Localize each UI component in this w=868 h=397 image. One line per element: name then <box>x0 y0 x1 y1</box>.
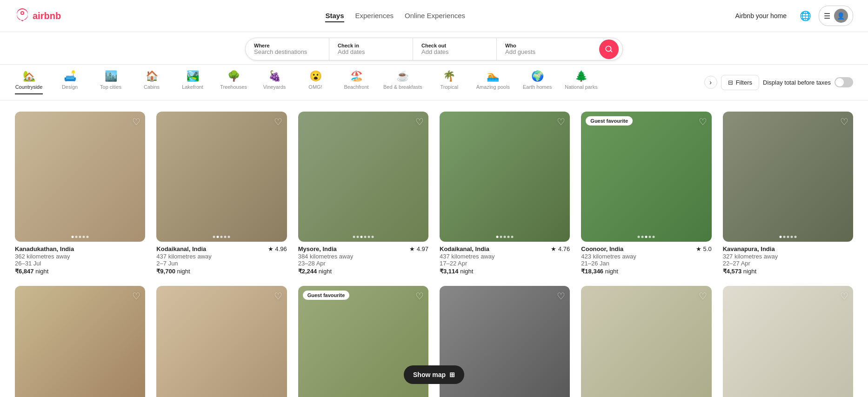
category-item-tropical[interactable]: 🌴 Tropical <box>435 70 463 94</box>
where-label: Where <box>254 43 320 48</box>
card-image: ♡ <box>156 286 287 397</box>
dot <box>224 236 227 238</box>
tax-toggle-area: Display total before taxes <box>763 77 853 87</box>
search-where-section[interactable]: Where Search destinations <box>246 38 329 60</box>
listing-card-3[interactable]: ♡ Mysore, India ★ 4.97 384 kilometres aw… <box>298 112 428 275</box>
wishlist-button[interactable]: ♡ <box>274 291 282 302</box>
card-title-row: Kavanapura, India <box>723 245 853 252</box>
listing-card-6[interactable]: ♡ Kavanapura, India 327 kilometres away … <box>723 112 853 275</box>
card-location: Mysore, India <box>298 245 337 252</box>
dot <box>638 236 640 238</box>
header-right: Airbnb your home 🌐 ☰ 👤 <box>729 6 853 26</box>
category-label-earth-homes: Earth homes <box>523 84 552 90</box>
card-title-row: Kodaikanal, India ★ 4.76 <box>440 245 570 252</box>
card-info: Coonoor, India ★ 5.0 423 kilometres away… <box>581 245 711 275</box>
category-label-amazing-pools: Amazing pools <box>476 84 510 90</box>
card-location: Kavanapura, India <box>723 245 775 252</box>
dot <box>367 236 370 238</box>
category-nav-next-arrow[interactable]: › <box>704 76 717 89</box>
card-image-placeholder <box>15 286 145 397</box>
dot <box>504 236 506 238</box>
card-image-placeholder <box>440 112 570 242</box>
listing-card-5[interactable]: Guest favourite ♡ Coonoor, India ★ 5.0 4… <box>581 112 711 275</box>
wishlist-button[interactable]: ♡ <box>274 116 282 127</box>
hamburger-icon: ☰ <box>824 12 830 20</box>
card-dots <box>496 236 514 238</box>
globe-icon[interactable]: 🌐 <box>800 10 811 21</box>
card-rating: ★ 5.0 <box>696 245 712 252</box>
airbnb-home-button[interactable]: Airbnb your home <box>729 8 792 23</box>
header: airbnb Stays Experiences Online Experien… <box>0 0 868 32</box>
wishlist-button[interactable]: ♡ <box>699 116 707 127</box>
category-nav-right: › ⊟ Filters Display total before taxes <box>704 75 853 90</box>
card-info: Kavanapura, India 327 kilometres away 22… <box>723 245 853 275</box>
wishlist-button[interactable]: ♡ <box>840 291 848 302</box>
category-item-design[interactable]: 🛋️ Design <box>56 70 84 94</box>
wishlist-button[interactable]: ♡ <box>132 291 140 302</box>
show-map-icon: ⊞ <box>449 371 455 378</box>
category-icon-beachfront: 🏖️ <box>350 70 363 82</box>
wishlist-button[interactable]: ♡ <box>132 116 140 127</box>
listing-card-8[interactable]: ♡ India — kilometres away ₹— night <box>156 286 287 397</box>
search-checkin-section[interactable]: Check in Add dates <box>329 38 413 60</box>
card-image-placeholder <box>15 112 145 242</box>
checkout-value[interactable]: Add dates <box>421 48 488 55</box>
category-icon-amazing-pools: 🏊 <box>487 70 499 82</box>
wishlist-button[interactable]: ♡ <box>557 116 565 127</box>
search-button[interactable] <box>599 40 619 59</box>
category-item-amazing-pools[interactable]: 🏊 Amazing pools <box>476 70 510 94</box>
category-item-bed-breakfasts[interactable]: ☕ Bed & breakfasts <box>383 70 422 94</box>
card-dots <box>213 236 230 238</box>
category-item-countryside[interactable]: 🏡 Countryside <box>15 70 43 94</box>
wishlist-button[interactable]: ♡ <box>415 116 424 127</box>
category-item-treehouses[interactable]: 🌳 Treehouses <box>220 70 247 94</box>
category-item-lakefront[interactable]: 🏞️ Lakefront <box>179 70 207 94</box>
dot <box>507 236 510 238</box>
search-bar: Where Search destinations Check in Add d… <box>245 38 623 60</box>
tab-online-experiences[interactable]: Online Experiences <box>405 10 465 22</box>
category-icon-top-cities: 🏙️ <box>105 70 117 82</box>
listing-card-1[interactable]: ♡ Kanadukathan, India 362 kilometres awa… <box>15 112 145 275</box>
category-icon-omg: 😮 <box>309 70 322 82</box>
card-distance: 327 kilometres away <box>723 253 853 260</box>
category-item-earth-homes[interactable]: 🌍 Earth homes <box>523 70 552 94</box>
category-item-national-parks[interactable]: 🌲 National parks <box>565 70 597 94</box>
who-label: Who <box>505 43 591 48</box>
wishlist-button[interactable]: ♡ <box>699 291 707 302</box>
checkin-value[interactable]: Add dates <box>338 48 404 55</box>
dot <box>794 236 796 238</box>
where-input[interactable]: Search destinations <box>254 48 320 55</box>
listing-card-11[interactable]: ♡ India — kilometres away ₹— night <box>581 286 711 397</box>
show-map-button[interactable]: Show map ⊞ <box>404 365 464 384</box>
wishlist-button[interactable]: ♡ <box>557 291 565 302</box>
who-value[interactable]: Add guests <box>505 48 591 55</box>
card-title-row: Coonoor, India ★ 5.0 <box>581 245 711 252</box>
listing-card-4[interactable]: ♡ Kodaikanal, India ★ 4.76 437 kilometre… <box>440 112 570 275</box>
filters-button[interactable]: ⊟ Filters <box>721 75 759 90</box>
search-who-section[interactable]: Who Add guests <box>497 38 599 60</box>
tax-toggle-switch[interactable] <box>835 77 853 87</box>
category-item-top-cities[interactable]: 🏙️ Top cities <box>97 70 125 94</box>
category-item-omg[interactable]: 😮 OMG! <box>301 70 329 94</box>
search-checkout-section[interactable]: Check out Add dates <box>413 38 497 60</box>
tab-experiences[interactable]: Experiences <box>355 10 394 22</box>
wishlist-button[interactable]: ♡ <box>415 291 424 302</box>
listing-card-7[interactable]: ♡ India — kilometres away ₹— night <box>15 286 145 397</box>
dot <box>364 236 366 238</box>
card-rating: ★ 4.76 <box>551 245 570 252</box>
category-item-vineyards[interactable]: 🍇 Vineyards <box>260 70 288 94</box>
category-item-cabins[interactable]: 🏠 Cabins <box>138 70 166 94</box>
card-dots <box>638 236 655 238</box>
card-title-row: Mysore, India ★ 4.97 <box>298 245 428 252</box>
card-image: ♡ <box>298 112 428 242</box>
dot <box>79 236 81 238</box>
category-label-design: Design <box>62 84 78 90</box>
category-item-beachfront[interactable]: 🏖️ Beachfront <box>342 70 370 94</box>
user-menu[interactable]: ☰ 👤 <box>819 6 853 26</box>
dot <box>653 236 655 238</box>
listing-card-12[interactable]: ♡ India — kilometres away ₹— night <box>723 286 853 397</box>
logo[interactable]: airbnb <box>15 7 61 24</box>
listing-card-2[interactable]: ♡ Kodaikanal, India ★ 4.96 437 kilometre… <box>156 112 287 275</box>
wishlist-button[interactable]: ♡ <box>840 116 848 127</box>
tab-stays[interactable]: Stays <box>325 10 344 22</box>
